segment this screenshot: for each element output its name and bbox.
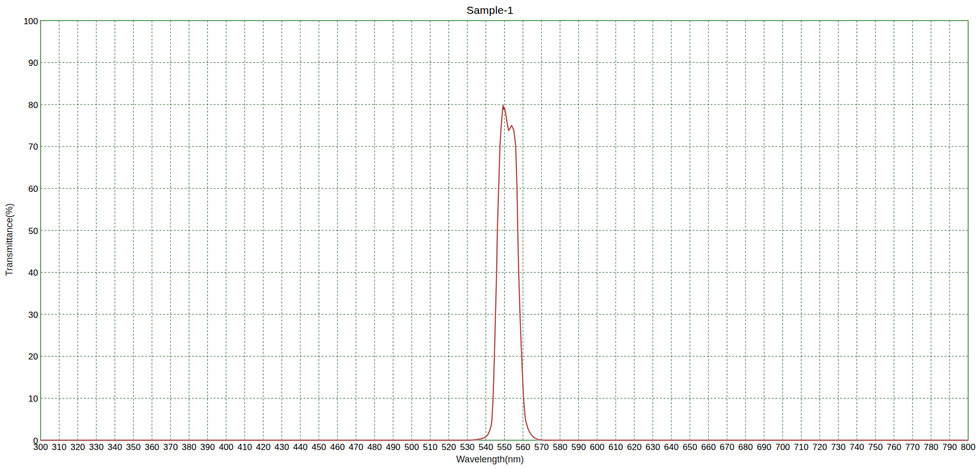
x-tick-label: 670 xyxy=(720,442,734,452)
x-tick-label: 460 xyxy=(330,442,345,452)
y-tick-label: 60 xyxy=(28,184,38,194)
y-tick-label: 0 xyxy=(33,436,38,446)
x-tick-label: 700 xyxy=(775,442,790,452)
y-tick-label: 20 xyxy=(28,352,38,362)
x-axis-label: Wavelength(nm) xyxy=(0,454,980,465)
x-tick-label: 400 xyxy=(219,442,233,452)
plot-area: 3003103203303403503603703803904004104204… xyxy=(0,0,980,468)
x-tick-label: 790 xyxy=(942,442,957,452)
x-tick-label: 730 xyxy=(831,442,845,452)
x-tick-label: 550 xyxy=(497,442,511,452)
chart-container: Sample-1 3003103203303403503603703803904… xyxy=(0,0,980,468)
x-tick-label: 690 xyxy=(757,442,771,452)
x-tick-label: 590 xyxy=(572,442,586,452)
x-tick-label: 620 xyxy=(627,442,642,452)
y-tick-label: 10 xyxy=(28,394,38,404)
x-tick-label: 800 xyxy=(961,442,975,452)
x-tick-label: 330 xyxy=(89,442,103,452)
y-tick-label: 50 xyxy=(28,226,38,236)
x-tick-label: 430 xyxy=(275,442,289,452)
x-tick-label: 380 xyxy=(182,442,196,452)
x-tick-label: 510 xyxy=(423,442,437,452)
x-tick-label: 720 xyxy=(812,442,827,452)
x-tick-label: 340 xyxy=(108,442,122,452)
x-tick-label: 570 xyxy=(534,442,548,452)
x-tick-label: 640 xyxy=(664,442,679,452)
y-tick-label: 70 xyxy=(28,142,38,152)
x-tick-label: 740 xyxy=(849,442,864,452)
x-tick-label: 630 xyxy=(646,442,660,452)
y-tick-label: 80 xyxy=(28,100,38,110)
x-tick-label: 420 xyxy=(256,442,271,452)
x-tick-label: 750 xyxy=(868,442,883,452)
x-tick-label: 490 xyxy=(386,442,400,452)
x-tick-label: 610 xyxy=(609,442,623,452)
x-tick-label: 410 xyxy=(237,442,252,452)
x-tick-label: 320 xyxy=(70,442,85,452)
x-tick-label: 470 xyxy=(349,442,363,452)
x-tick-label: 360 xyxy=(145,442,159,452)
x-tick-label: 500 xyxy=(404,442,419,452)
x-tick-label: 450 xyxy=(312,442,326,452)
y-axis-label: Transmittance(%) xyxy=(4,188,15,291)
x-tick-label: 760 xyxy=(887,442,901,452)
x-tick-label: 540 xyxy=(478,442,493,452)
x-tick-label: 560 xyxy=(515,442,530,452)
x-tick-label: 520 xyxy=(441,442,456,452)
x-tick-label: 480 xyxy=(367,442,382,452)
x-tick-label: 310 xyxy=(52,442,66,452)
y-tick-label: 90 xyxy=(28,58,38,68)
x-tick-label: 350 xyxy=(126,442,140,452)
y-tick-label: 100 xyxy=(24,16,38,26)
x-tick-label: 440 xyxy=(293,442,308,452)
x-tick-label: 680 xyxy=(738,442,753,452)
x-tick-label: 370 xyxy=(163,442,177,452)
x-tick-label: 390 xyxy=(200,442,215,452)
x-tick-label: 770 xyxy=(905,442,920,452)
x-tick-label: 780 xyxy=(924,442,938,452)
x-tick-label: 580 xyxy=(553,442,567,452)
y-tick-label: 30 xyxy=(28,310,38,320)
x-tick-label: 530 xyxy=(460,442,474,452)
x-tick-label: 650 xyxy=(683,442,697,452)
x-tick-label: 600 xyxy=(590,442,604,452)
y-tick-label: 40 xyxy=(28,268,38,278)
x-tick-label: 660 xyxy=(701,442,716,452)
x-tick-label: 710 xyxy=(794,442,808,452)
